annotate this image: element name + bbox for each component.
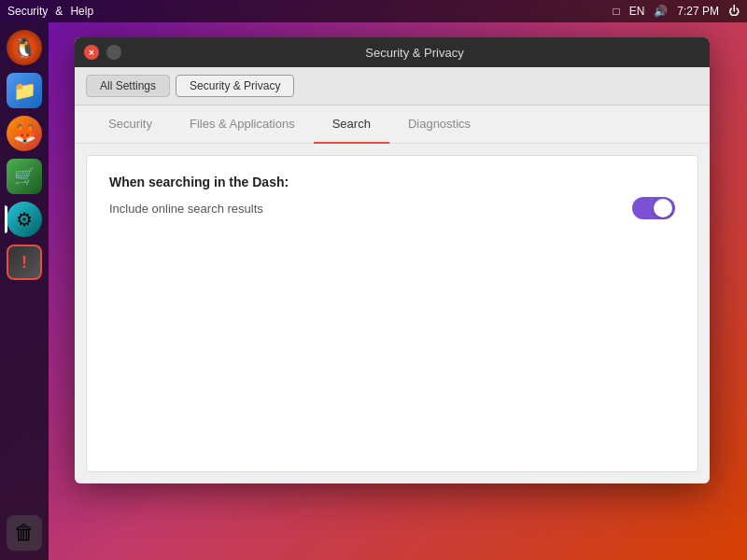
breadcrumb-security-privacy[interactable]: Security & Privacy xyxy=(176,75,294,97)
ubuntu-logo-icon: 🐧 xyxy=(7,30,42,65)
sidebar-item-ubuntu[interactable]: 🐧 xyxy=(5,28,44,67)
breadcrumb-bar: All Settings Security & Privacy xyxy=(75,67,710,105)
section-title: When searching in the Dash: xyxy=(109,175,675,189)
volume-icon[interactable]: 🔊 xyxy=(654,5,668,18)
language-indicator[interactable]: EN xyxy=(629,5,645,18)
app-menu[interactable]: Security xyxy=(7,5,48,18)
sidebar-item-updater[interactable]: ! xyxy=(5,243,44,282)
topbar: Security & Help □ EN 🔊 7:27 PM ⏻ xyxy=(0,0,747,22)
tab-search[interactable]: Search xyxy=(314,105,389,144)
sidebar-item-firefox[interactable]: 🦊 xyxy=(5,114,44,153)
online-search-label: Include online search results xyxy=(109,202,263,216)
main-window: × Security & Privacy All Settings Securi… xyxy=(75,37,710,483)
power-icon[interactable]: ⏻ xyxy=(728,5,740,18)
window-minimize-button[interactable] xyxy=(106,45,121,60)
sidebar-item-trash[interactable]: 🗑 xyxy=(5,513,44,553)
window-title: Security & Privacy xyxy=(129,46,700,60)
display-icon[interactable]: □ xyxy=(613,5,619,18)
window-close-button[interactable]: × xyxy=(84,45,99,60)
active-indicator xyxy=(5,205,7,233)
sidebar-item-software-center[interactable]: 🛒 xyxy=(5,157,44,196)
updater-icon: ! xyxy=(7,245,42,280)
files-icon: 📁 xyxy=(7,73,42,108)
firefox-icon: 🦊 xyxy=(7,116,42,151)
tab-security[interactable]: Security xyxy=(90,105,171,144)
tab-bar: Security Files & Applications Search Dia… xyxy=(75,105,710,144)
online-search-toggle[interactable] xyxy=(632,197,675,219)
help-menu[interactable]: Help xyxy=(70,5,93,18)
tab-content-search: When searching in the Dash: Include onli… xyxy=(86,155,698,472)
topbar-separator: & xyxy=(55,5,63,18)
sidebar-item-settings[interactable]: ⚙ xyxy=(5,200,44,239)
sidebar: 🐧 📁 🦊 🛒 ⚙ ! 🗑 xyxy=(0,22,49,560)
software-center-icon: 🛒 xyxy=(7,159,42,194)
online-search-setting-row: Include online search results xyxy=(109,197,675,219)
tab-files-applications[interactable]: Files & Applications xyxy=(171,105,314,144)
window-titlebar: × Security & Privacy xyxy=(75,37,710,67)
settings-icon: ⚙ xyxy=(7,202,42,237)
breadcrumb-all-settings[interactable]: All Settings xyxy=(86,75,170,97)
sidebar-item-files[interactable]: 📁 xyxy=(5,71,44,110)
tab-diagnostics[interactable]: Diagnostics xyxy=(389,105,489,144)
trash-icon: 🗑 xyxy=(7,515,42,551)
clock[interactable]: 7:27 PM xyxy=(677,5,719,18)
